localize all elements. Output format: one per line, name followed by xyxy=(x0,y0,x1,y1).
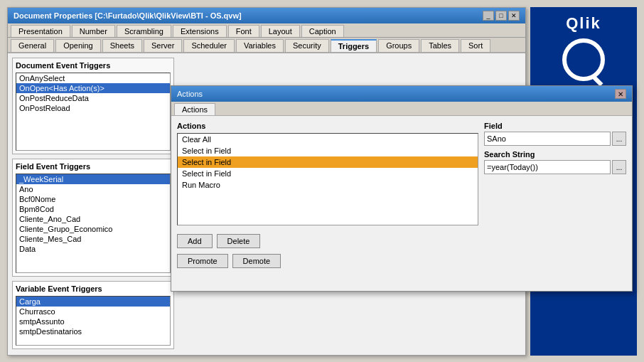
window-title: Document Properties [C:\Furtado\Qlik\Qli… xyxy=(14,11,242,20)
list-item[interactable]: Cliente_Mes_Cad xyxy=(16,234,170,244)
list-item[interactable]: OnAnySelect xyxy=(16,73,170,83)
actions-left-panel: Actions Clear All Select in Field Select… xyxy=(177,122,478,225)
qlik-logo-text: Qlik xyxy=(566,14,601,33)
doc-event-triggers-label: Document Event Triggers xyxy=(16,61,171,70)
title-bar-controls: _ □ ✕ xyxy=(483,11,520,21)
list-item[interactable]: OnPostReload xyxy=(16,103,170,113)
list-item[interactable]: Data xyxy=(16,244,170,254)
tab-server[interactable]: Server xyxy=(144,39,182,52)
add-button[interactable]: Add xyxy=(177,234,213,248)
tab-opening[interactable]: Opening xyxy=(55,39,101,52)
dialog-buttons: Add Delete xyxy=(171,231,632,251)
search-string-label: Search String xyxy=(484,150,626,159)
field-input-row: ... xyxy=(484,132,626,146)
dialog-tab-actions[interactable]: Actions xyxy=(174,103,215,115)
list-item[interactable]: smtpAssunto xyxy=(16,316,170,326)
action-item-select-field-3[interactable]: Select in Field xyxy=(178,168,478,179)
actions-list[interactable]: Clear All Select in Field Select in Fiel… xyxy=(177,133,478,225)
tab-layout[interactable]: Layout xyxy=(261,25,300,37)
list-item[interactable]: Bcf0Nome xyxy=(16,194,170,204)
dialog-title-bar: Actions ✕ xyxy=(171,86,632,102)
field-input[interactable] xyxy=(484,132,611,146)
list-item[interactable]: Bpm8Cod xyxy=(16,204,170,214)
demote-button[interactable]: Demote xyxy=(232,254,281,268)
list-item[interactable]: OnPostReduceData xyxy=(16,93,170,103)
actions-list-label: Actions xyxy=(177,122,478,130)
dialog-tab-row: Actions xyxy=(171,102,632,116)
field-browse-button[interactable]: ... xyxy=(612,132,626,146)
promote-button[interactable]: Promote xyxy=(177,254,228,268)
title-bar: Document Properties [C:\Furtado\Qlik\Qli… xyxy=(8,8,525,23)
action-item-select-field-2[interactable]: Select in Field xyxy=(178,156,478,168)
field-label: Field xyxy=(484,122,626,130)
list-item[interactable]: OnOpen<Has Action(s)> xyxy=(16,83,170,93)
qlik-q-logo xyxy=(562,38,605,81)
list-item[interactable]: Churrasco xyxy=(16,307,170,316)
search-string-browse-button[interactable]: ... xyxy=(612,160,626,174)
list-item[interactable]: Ano xyxy=(16,184,170,194)
dialog-content: Actions Clear All Select in Field Select… xyxy=(171,116,632,231)
maximize-button[interactable]: □ xyxy=(495,11,507,21)
action-item-run-macro[interactable]: Run Macro xyxy=(178,179,478,191)
actions-dialog: Actions ✕ Actions Actions Clear All Sele… xyxy=(171,85,633,292)
delete-button[interactable]: Delete xyxy=(217,234,261,248)
dialog-close-button[interactable]: ✕ xyxy=(615,89,626,99)
variable-event-triggers-list[interactable]: Carga Churrasco smtpAssunto smtpDestinat… xyxy=(16,296,171,346)
tab-general[interactable]: General xyxy=(11,39,54,52)
search-string-input[interactable] xyxy=(484,160,611,174)
list-item[interactable]: smtpDestinatarios xyxy=(16,326,170,336)
tab-scheduler[interactable]: Scheduler xyxy=(183,39,235,52)
dialog-title: Actions xyxy=(177,90,203,98)
tab-security[interactable]: Security xyxy=(285,39,329,52)
search-string-input-row: ... xyxy=(484,160,626,174)
doc-event-triggers-section: Document Event Triggers OnAnySelect OnOp… xyxy=(12,58,174,154)
tab-variables[interactable]: Variables xyxy=(236,39,284,52)
doc-event-triggers-list[interactable]: OnAnySelect OnOpen<Has Action(s)> OnPost… xyxy=(16,73,171,151)
main-content: Document Event Triggers OnAnySelect OnOp… xyxy=(8,53,178,362)
tab-triggers[interactable]: Triggers xyxy=(331,39,377,52)
list-item[interactable]: _WeekSerial xyxy=(16,174,170,184)
tab-sort[interactable]: Sort xyxy=(461,39,490,52)
list-item[interactable]: Cliente_Grupo_Economico xyxy=(16,224,170,234)
tab-presentation[interactable]: Presentation xyxy=(11,25,70,37)
field-event-triggers-label: Field Event Triggers xyxy=(16,162,171,171)
tab-sheets[interactable]: Sheets xyxy=(102,39,142,52)
dialog-buttons-2: Promote Demote xyxy=(171,251,632,271)
variable-event-triggers-label: Variable Event Triggers xyxy=(16,284,171,293)
tab-row-1: Presentation Number Scrambling Extension… xyxy=(8,23,525,38)
list-item[interactable]: Cliente_Ano_Cad xyxy=(16,214,170,224)
field-event-triggers-section: Field Event Triggers _WeekSerial Ano Bcf… xyxy=(12,159,174,277)
actions-right-panel: Field ... Search String ... xyxy=(484,122,626,225)
list-item[interactable]: Carga xyxy=(16,297,170,307)
variable-event-triggers-section: Variable Event Triggers Carga Churrasco … xyxy=(12,281,174,349)
tab-font[interactable]: Font xyxy=(228,25,259,37)
tab-tables[interactable]: Tables xyxy=(421,39,459,52)
minimize-button[interactable]: _ xyxy=(483,11,494,21)
action-item-select-field-1[interactable]: Select in Field xyxy=(178,145,478,156)
close-button[interactable]: ✕ xyxy=(508,11,520,21)
action-item-clear-all[interactable]: Clear All xyxy=(178,134,478,145)
tab-extensions[interactable]: Extensions xyxy=(173,25,227,37)
tab-scrambling[interactable]: Scrambling xyxy=(117,25,171,37)
tab-caption[interactable]: Caption xyxy=(301,25,344,37)
tab-row-2: General Opening Sheets Server Scheduler … xyxy=(8,38,525,53)
tab-groups[interactable]: Groups xyxy=(378,39,419,52)
field-event-triggers-list[interactable]: _WeekSerial Ano Bcf0Nome Bpm8Cod Cliente… xyxy=(16,174,171,273)
tab-number[interactable]: Number xyxy=(72,25,115,37)
